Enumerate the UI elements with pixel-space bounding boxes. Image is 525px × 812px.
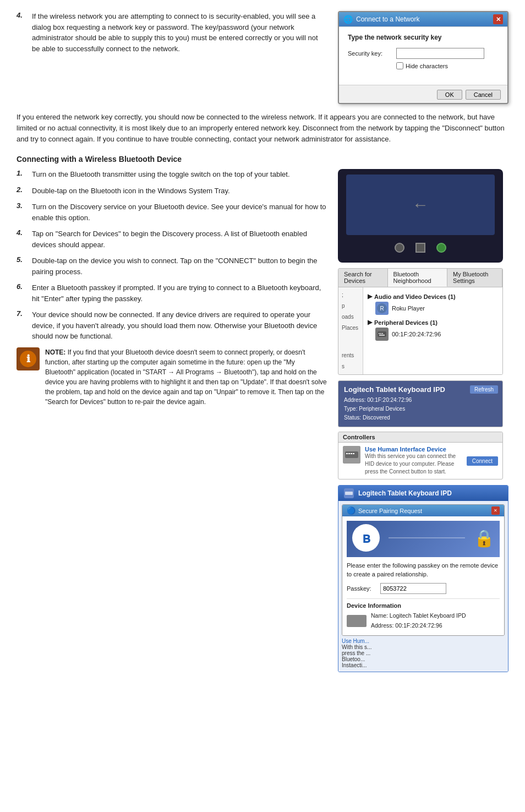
bt-step-text-3: Turn on the Discovery service on your Bl… (32, 201, 327, 223)
refresh-button[interactable]: Refresh (470, 385, 498, 394)
bt-tab-settings[interactable]: My Bluetooth Settings (447, 269, 502, 287)
bt-step-4: 4. Tap on "Search for Devices" to begin … (17, 228, 327, 250)
svg-rect-16 (345, 492, 353, 495)
security-key-row: Security key: (348, 48, 499, 59)
keyboard-icon (376, 329, 387, 340)
lock-icon: 🔒 (474, 528, 494, 548)
tablet-btn-power (395, 243, 404, 253)
bt-step-text-2: Double-tap on the Bluetooth icon in the … (32, 186, 230, 197)
dialog-cancel-button[interactable]: Cancel (466, 90, 501, 100)
step-text-4-wireless: If the wireless network you are attempti… (32, 11, 327, 54)
bt-category-peripheral: ▶ Peripheral Devices (1) (368, 319, 498, 326)
dialog-ok-button[interactable]: OK (437, 90, 462, 100)
svg-rect-7 (382, 333, 383, 334)
sidebar-item-6: s (342, 361, 359, 372)
top-section: 4. If the wireless network you are attem… (17, 11, 508, 104)
device-info-details: Name: Logitech Tablet Keyboard IPD Addre… (371, 611, 466, 631)
bt-logo-circle: ʙ (352, 524, 380, 552)
bt-device-roku[interactable]: R Roku Player (368, 300, 498, 317)
svg-rect-11 (346, 453, 348, 454)
bt-tab-search[interactable]: Search for Devices (338, 269, 388, 287)
controller-text: Use Human Interface Device With this ser… (365, 446, 462, 476)
dialog-titlebar-left: 🌐 Connect to a Network (343, 15, 419, 24)
top-right-dialog: 🌐 Connect to a Network ✕ Type the networ… (338, 11, 508, 104)
use-hum-line: Use Hum... (342, 638, 505, 644)
bt-step-text-5: Double-tap on the device you wish to con… (32, 255, 327, 277)
controllers-body: Use Human Interface Device With this ser… (338, 443, 502, 479)
bt-device-icon-keyboard (375, 328, 389, 341)
divider-line (389, 537, 465, 538)
bt-step-2: 2. Double-tap on the Bluetooth icon in t… (17, 186, 327, 197)
bt-step-text-7: Your device should now be connected. If … (32, 309, 327, 342)
bt-section: 1. Turn on the Bluetooth transmitter usi… (17, 169, 508, 672)
svg-rect-13 (351, 453, 352, 454)
hide-characters-checkbox[interactable] (396, 62, 403, 69)
bt-device-name-address: 00:1F:20:24:72:96 (392, 331, 441, 337)
svg-text:R: R (380, 306, 384, 312)
device-address: Address: 00:1F:20:24:72:96 (344, 396, 497, 405)
controllers-header: Controllers (338, 432, 502, 443)
pairing-outer-body: 🔵 Secure Pairing Request ✕ ʙ 🔒 (338, 501, 508, 671)
device-name-label: Name: (371, 612, 388, 619)
security-key-input[interactable] (396, 48, 484, 59)
bt-category-arrow-audio: ▶ (368, 293, 372, 300)
bt-step-text-6: Enter a Bluetooth passkey if prompted. I… (32, 282, 327, 304)
bt-step-num-5: 5. (17, 255, 32, 264)
device-info-title: Device Information (347, 602, 500, 609)
bt-step-num-2: 2. (17, 186, 32, 194)
bt-step-list: 1. Turn on the Bluetooth transmitter usi… (17, 169, 327, 342)
bt-step-7: 7. Your device should now be connected. … (17, 309, 327, 342)
bt-category-arrow-peripheral: ▶ (368, 319, 372, 326)
secure-pairing-title-text: Secure Pairing Request (358, 508, 422, 514)
device-address-value: 00:1F:20:24:72:96 (395, 622, 442, 629)
secure-pairing-body: ʙ 🔒 Please enter the following passkey o… (342, 516, 504, 635)
dialog-title: Connect to a Network (356, 15, 419, 23)
device-info-section: Device Information Name: Logitech Tablet… (347, 598, 500, 631)
connect-button[interactable]: Connect (467, 456, 498, 466)
passkey-label: Passkey: (347, 585, 377, 592)
bt-step-num-1: 1. (17, 169, 32, 177)
bt-steps-left: 1. Turn on the Bluetooth transmitter usi… (17, 169, 327, 672)
with-this-line: With this s... (342, 644, 505, 650)
dialog-buttons: OK Cancel (339, 85, 507, 103)
note-text: NOTE: If you find that your Bluetooth de… (45, 347, 327, 407)
bt-device-name-roku: Roku Player (392, 305, 425, 312)
tablet-controls (338, 241, 503, 253)
svg-rect-8 (379, 335, 385, 336)
device-info-thumbnail (347, 615, 367, 627)
step-item-4-wireless: 4. If the wireless network you are attem… (17, 11, 327, 54)
passkey-row: Passkey: (347, 583, 500, 594)
body-paragraph-1: If you entered the network key correctly… (17, 112, 508, 145)
bluetoo-line: Bluetoo... (342, 656, 505, 662)
pairing-keyboard-title: Logitech Tablet Keyboard IPD (358, 489, 452, 497)
hide-characters-label: Hide characters (406, 63, 448, 69)
bt-step-num-3: 3. (17, 201, 32, 210)
controller-title: Use Human Interface Device (365, 446, 462, 453)
dialog-close-button[interactable]: ✕ (493, 14, 503, 24)
sidebar-item-5: rents (342, 350, 359, 361)
bt-panel-tabs: Search for Devices Bluetooth Neighborhoo… (338, 269, 502, 287)
controllers-section: Controllers Use Human Interfac (338, 432, 503, 479)
hide-characters-row: Hide characters (396, 62, 499, 69)
tablet-btn-home (415, 243, 425, 253)
tablet-screen: ← (346, 175, 495, 235)
secure-pairing-dialog: 🔵 Secure Pairing Request ✕ ʙ 🔒 (342, 504, 505, 635)
device-info-row: Name: Logitech Tablet Keyboard IPD Addre… (347, 611, 500, 631)
svg-rect-6 (380, 333, 381, 334)
note-box: ℹ NOTE: If you find that your Bluetooth … (17, 347, 327, 407)
secure-pairing-close-button[interactable]: ✕ (491, 506, 500, 515)
sidebar-item-2: p (342, 301, 359, 312)
bt-step-3: 3. Turn on the Discovery service on your… (17, 201, 327, 223)
bt-device-keyboard[interactable]: 00:1F:20:24:72:96 (368, 326, 498, 342)
passkey-field[interactable] (380, 583, 446, 594)
bt-tab-neighborhood[interactable]: Bluetooth Neighborhood (388, 269, 448, 287)
svg-rect-10 (345, 451, 358, 458)
secure-pairing-title-left: 🔵 Secure Pairing Request (347, 506, 422, 515)
bt-step-num-6: 6. (17, 282, 32, 291)
bluetooth-note-icon: ℹ (19, 350, 37, 368)
device-type: Type: Peripheral Devices (344, 405, 497, 413)
connect-network-dialog: 🌐 Connect to a Network ✕ Type the networ… (338, 11, 508, 104)
logitech-panel-outer: Logitech Tablet Keyboard IPD 🔵 Secure Pa… (338, 485, 508, 672)
svg-rect-14 (353, 453, 354, 454)
bt-step-1: 1. Turn on the Bluetooth transmitter usi… (17, 169, 327, 180)
